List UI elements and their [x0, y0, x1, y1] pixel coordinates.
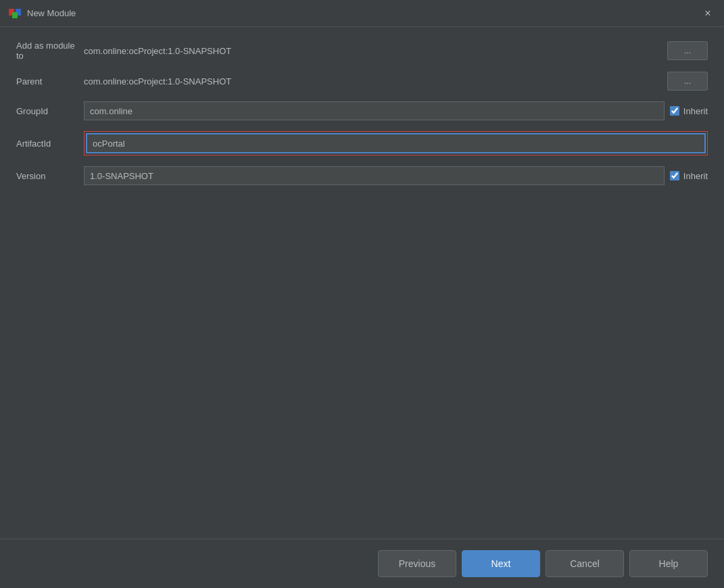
new-module-dialog: New Module × Add as module to com.online…: [0, 0, 724, 588]
module-icon: [8, 7, 22, 20]
parent-label: Parent: [16, 76, 84, 87]
artifactid-label: ArtifactId: [16, 139, 84, 149]
version-inherit-checkbox[interactable]: [670, 171, 679, 180]
groupid-input[interactable]: [84, 101, 665, 120]
title-bar: New Module ×: [0, 0, 724, 27]
cancel-button[interactable]: Cancel: [546, 550, 624, 577]
version-row: Version Inherit: [16, 166, 708, 185]
groupid-inherit-label: Inherit: [683, 106, 708, 116]
artifactid-input-row: [84, 131, 708, 155]
parent-value: com.online:ocProject:1.0-SNAPSHOT: [84, 76, 667, 87]
dialog-footer: Previous Next Cancel Help: [0, 539, 724, 588]
artifactid-row: ArtifactId: [16, 131, 708, 155]
version-input[interactable]: [84, 166, 665, 185]
version-inherit-label: Inherit: [683, 171, 708, 181]
parent-row: Parent com.online:ocProject:1.0-SNAPSHOT…: [16, 72, 708, 91]
help-button[interactable]: Help: [629, 550, 708, 577]
groupid-row: GroupId Inherit: [16, 101, 708, 120]
version-label: Version: [16, 171, 84, 181]
dialog-content: Add as module to com.online:ocProject:1.…: [0, 27, 724, 539]
previous-button[interactable]: Previous: [378, 550, 456, 577]
svg-rect-2: [12, 12, 18, 18]
add-as-module-browse-button[interactable]: ...: [667, 41, 708, 60]
artifactid-input[interactable]: [86, 133, 706, 153]
version-input-row: Inherit: [84, 166, 708, 185]
version-inherit-checkbox-label[interactable]: Inherit: [670, 171, 708, 181]
groupid-input-row: Inherit: [84, 101, 708, 120]
artifactid-outer-border: [84, 131, 708, 155]
add-as-module-label: Add as module to: [16, 41, 84, 61]
dialog-title: New Module: [27, 8, 76, 18]
close-button[interactable]: ×: [700, 5, 716, 22]
add-as-module-row: Add as module to com.online:ocProject:1.…: [16, 41, 708, 61]
add-as-module-value: com.online:ocProject:1.0-SNAPSHOT: [84, 46, 667, 56]
groupid-label: GroupId: [16, 106, 84, 116]
groupid-inherit-checkbox[interactable]: [670, 106, 679, 116]
next-button[interactable]: Next: [462, 550, 540, 577]
parent-browse-button[interactable]: ...: [667, 72, 708, 91]
title-bar-left: New Module: [8, 7, 76, 20]
groupid-inherit-checkbox-label[interactable]: Inherit: [670, 106, 708, 116]
